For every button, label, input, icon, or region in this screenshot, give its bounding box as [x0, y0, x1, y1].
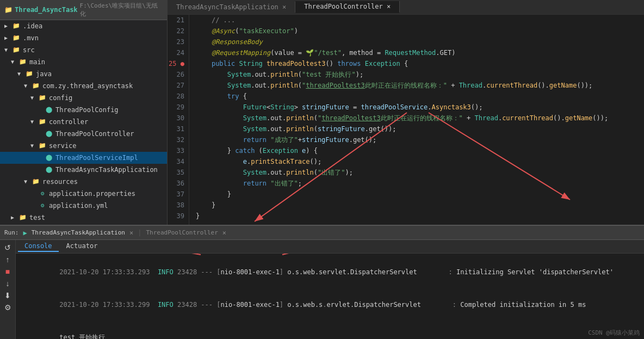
code-line-34: e.printStackTrace();	[196, 156, 644, 167]
restart-button[interactable]: ↺	[1, 242, 14, 253]
code-line-27: System.out.println("threadPooltest3此时正在运…	[196, 80, 644, 91]
console-line-1: 2021-10-20 17:33:33.293 INFO 23428 --- […	[20, 256, 640, 288]
sidebar-item-threadpoolconfig[interactable]: ▶ ⬤ ThreadPoolConfig	[0, 104, 167, 116]
code-line-38: }	[196, 200, 644, 211]
java-icon: ⬤	[45, 130, 53, 138]
console-line-2: 2021-10-20 17:33:33.299 INFO 23428 --- […	[20, 288, 640, 321]
label: src	[23, 45, 35, 56]
bottom-panel: Run: ▶ ThreadAsyncTaskApplication × | Th…	[0, 225, 644, 339]
label: resources	[42, 176, 78, 187]
code-line-36: return "出错了";	[196, 178, 644, 189]
folder-icon: 📁	[18, 58, 27, 66]
code-line-21: // ...	[196, 15, 644, 26]
code-line-32: return "成功了"+stringFuture.get();	[196, 134, 644, 145]
tab-threadpoolcontroller[interactable]: ThreadPoolController ×	[295, 1, 400, 13]
stop-button[interactable]: ■	[1, 266, 14, 277]
tab-actuator[interactable]: Actuator	[60, 241, 104, 252]
arrow-icon: ▼	[30, 93, 38, 103]
watermark: CSDN @码猿小菜鸡	[588, 329, 640, 337]
code-line-33: } catch (Exception e) {	[196, 145, 644, 156]
sidebar-item-threadpoolcontroller[interactable]: ▶ ⬤ ThreadPoolController	[0, 128, 167, 140]
arrow-icon: ▼	[24, 81, 32, 91]
console-toolbar: Console Actuator	[16, 240, 644, 254]
run-bar: Run: ▶ ThreadAsyncTaskApplication × | Th…	[0, 226, 644, 240]
line-numbers: 21 22 23 24 25 ● 26 27 28 29 30 31 32 33…	[168, 15, 189, 225]
sidebar-item-threadpoolserviceimpl[interactable]: ▶ ⬤ ThreadPoolServiceImpl	[0, 152, 167, 164]
label: ThreadPoolServiceImpl	[55, 152, 138, 163]
console-body: Console Actuator 2021-10-20 17:33:33.293…	[16, 240, 644, 339]
project-name: Thread_AsyncTask	[15, 6, 78, 14]
tab-close2[interactable]: ×	[222, 229, 226, 237]
sidebar-item-idea[interactable]: ▶ 📁 .idea	[0, 20, 167, 32]
folder-icon: 📁	[32, 82, 40, 90]
label: .mvn	[23, 33, 39, 44]
sidebar-item-controller-folder[interactable]: ▼ 📁 controller	[0, 116, 167, 128]
arrow-icon: ▶	[4, 33, 12, 44]
sidebar-item-test[interactable]: ▶ 📁 test	[0, 212, 167, 224]
sidebar-item-app-properties[interactable]: ▶ ⚙ application.properties	[0, 188, 167, 200]
label: application.yml	[49, 200, 108, 211]
folder-icon: 📁	[32, 177, 40, 186]
tab-close1[interactable]: ×	[129, 229, 133, 237]
code-line-28: try {	[196, 91, 644, 102]
sidebar-item-threadasynctaskapplication[interactable]: ▶ ⬤ ThreadAsyncTaskApplication	[0, 164, 167, 176]
java-icon: ⬤	[45, 165, 53, 174]
folder-icon: 📁	[12, 22, 21, 30]
arrow-icon: ▼	[30, 116, 38, 127]
code-lines: // ... @Async("taskExecutor") @ResponseB…	[189, 15, 644, 225]
label: service	[49, 140, 77, 151]
run-app-tab[interactable]: ThreadAsyncTaskApplication	[32, 229, 125, 236]
code-line-23: @ResponseBody	[196, 36, 644, 47]
label: .idea	[23, 21, 42, 32]
arrow-icon: ▼	[4, 45, 12, 56]
code-line-39: }	[196, 211, 644, 221]
code-line-24: @RequestMapping(value = 🌱"/test", method…	[196, 47, 644, 58]
code-line-29: Future<String> stringFuture = threadPool…	[196, 102, 644, 113]
label: config	[49, 93, 72, 103]
label: java	[36, 69, 52, 79]
properties-icon: ⚙	[38, 189, 47, 198]
tab-console[interactable]: Console	[18, 241, 59, 252]
settings-button[interactable]: ⚙	[1, 302, 14, 313]
bottom-main: ↺ ↑ ■ ↓ ⬇ ⚙ Console Actuator 2021-10-20 …	[0, 240, 644, 339]
scroll-down-button[interactable]: ↓	[1, 278, 14, 289]
label: application.properties	[49, 188, 135, 199]
java-icon: ⬤	[45, 153, 53, 162]
sidebar-item-config[interactable]: ▼ 📁 config	[0, 92, 167, 104]
code-content: 21 22 23 24 25 ● 26 27 28 29 30 31 32 33…	[168, 15, 644, 225]
arrow-icon: ▶	[11, 212, 18, 223]
code-line-25: public String threadPooltest3() throws E…	[196, 58, 644, 69]
tab-threadasynctask[interactable]: ThreadAsyncTaskApplication ×	[168, 2, 295, 13]
run-controller-tab[interactable]: ThreadPoolController	[146, 229, 218, 236]
code-line-31: System.out.println(stringFuture.get());	[196, 124, 644, 134]
code-line-37: }	[196, 189, 644, 200]
label: controller	[49, 116, 88, 127]
sidebar-item-service-folder[interactable]: ▼ 📁 service	[0, 140, 167, 152]
sidebar-item-src[interactable]: ▼ 📁 src	[0, 44, 167, 56]
separator: |	[138, 229, 141, 237]
folder-icon: 📁	[38, 94, 47, 102]
console-output[interactable]: 2021-10-20 17:33:33.293 INFO 23428 --- […	[16, 254, 644, 339]
label: main	[29, 57, 45, 67]
label: ThreadPoolController	[55, 128, 134, 139]
folder-icon: 📁	[12, 34, 21, 42]
console-line-3: test 开始执行	[20, 321, 640, 339]
sidebar-item-app-yml[interactable]: ▶ ⚙ application.yml	[0, 200, 167, 212]
sidebar-item-java[interactable]: ▼ 📁 java	[0, 68, 167, 80]
sidebar-item-mvn[interactable]: ▶ 📁 .mvn	[0, 32, 167, 44]
sidebar-item-package[interactable]: ▼ 📁 com.zy.thread_asynctask	[0, 80, 167, 92]
folder-icon: 📁	[38, 141, 47, 150]
arrow-icon: ▼	[24, 176, 32, 187]
run-label: Run:	[4, 229, 19, 236]
label: ThreadAsyncTaskApplication	[55, 164, 158, 175]
java-icon: ⬤	[45, 106, 53, 114]
scroll-end-button[interactable]: ⬇	[1, 290, 14, 301]
sidebar: 📁 Thread_AsyncTask F:\Codes\唯实项目组\无纸化 ▶ …	[0, 0, 168, 225]
code-editor: ThreadAsyncTaskApplication × ThreadPoolC…	[168, 0, 644, 225]
sidebar-item-main[interactable]: ▼ 📁 main	[0, 56, 167, 68]
code-line-30: System.out.println("threadPooltest3此时正在运…	[196, 113, 644, 124]
scroll-up-button[interactable]: ↑	[1, 254, 14, 265]
code-line-35: System.out.println("出错了");	[196, 167, 644, 178]
main-area: 📁 Thread_AsyncTask F:\Codes\唯实项目组\无纸化 ▶ …	[0, 0, 644, 225]
sidebar-item-resources[interactable]: ▼ 📁 resources	[0, 176, 167, 188]
